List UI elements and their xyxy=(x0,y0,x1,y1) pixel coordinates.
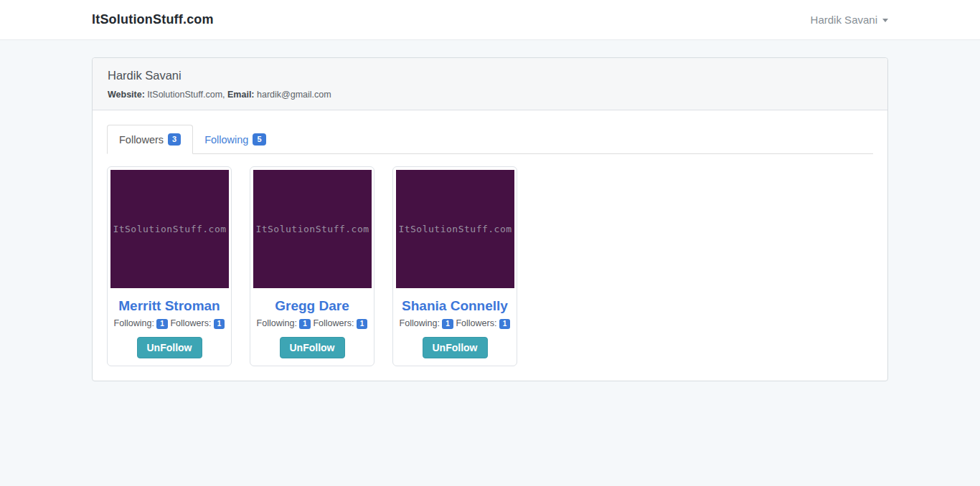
avatar-placeholder-text: ItSolutionStuff.com xyxy=(398,224,512,234)
profile-name: Hardik Savani xyxy=(108,69,872,82)
brand-link[interactable]: ItSolutionStuff.com xyxy=(92,12,214,27)
email-value: hardik@gmail.com xyxy=(257,90,331,100)
following-label: Following: xyxy=(257,318,297,328)
website-value: ItSolutionStuff.com, xyxy=(147,90,225,100)
user-stats: Following: 1 Followers: 1 xyxy=(110,318,228,329)
user-card: ItSolutionStuff.com Shania Connelly Foll… xyxy=(392,166,517,366)
main-content: Hardik Savani Website: ItSolutionStuff.c… xyxy=(92,57,888,410)
unfollow-button[interactable]: UnFollow xyxy=(423,337,488,358)
profile-meta: Website: ItSolutionStuff.com, Email: har… xyxy=(108,90,872,100)
user-name-link[interactable]: Gregg Dare xyxy=(275,298,349,313)
followers-label: Followers: xyxy=(170,318,211,328)
followers-label: Followers: xyxy=(313,318,354,328)
following-label: Following: xyxy=(114,318,154,328)
followers-list: ItSolutionStuff.com Merritt Stroman Foll… xyxy=(107,154,873,366)
user-card: ItSolutionStuff.com Gregg Dare Following… xyxy=(250,166,374,366)
tabs-bar: Followers 3 Following 5 xyxy=(107,125,873,154)
caret-down-icon xyxy=(882,19,888,22)
user-name-link[interactable]: Merritt Stroman xyxy=(118,298,220,313)
followers-count-badge: 1 xyxy=(357,319,368,329)
following-count-badge: 1 xyxy=(156,319,168,329)
user-avatar-image[interactable]: ItSolutionStuff.com xyxy=(110,170,229,288)
profile-panel-heading: Hardik Savani Website: ItSolutionStuff.c… xyxy=(93,58,887,110)
top-navbar: ItSolutionStuff.com Hardik Savani xyxy=(0,0,980,40)
user-name-link[interactable]: Shania Connelly xyxy=(402,298,508,313)
followers-count-badge: 1 xyxy=(214,319,225,329)
followers-count-badge: 3 xyxy=(168,133,181,146)
following-count-badge: 1 xyxy=(299,319,311,329)
user-stats: Following: 1 Followers: 1 xyxy=(396,318,514,329)
following-count-badge: 5 xyxy=(253,133,265,146)
user-avatar-image[interactable]: ItSolutionStuff.com xyxy=(253,170,372,288)
followers-count-badge: 1 xyxy=(499,319,511,329)
tab-following-label: Following xyxy=(204,134,248,146)
website-label: Website: xyxy=(108,90,145,100)
email-label: Email: xyxy=(227,90,255,100)
tab-followers-label: Followers xyxy=(119,134,164,146)
user-dropdown-label: Hardik Savani xyxy=(811,14,877,26)
user-stats: Following: 1 Followers: 1 xyxy=(253,318,371,329)
following-count-badge: 1 xyxy=(442,319,453,329)
profile-panel: Hardik Savani Website: ItSolutionStuff.c… xyxy=(92,57,888,381)
unfollow-button[interactable]: UnFollow xyxy=(137,337,202,358)
unfollow-button[interactable]: UnFollow xyxy=(280,337,345,358)
avatar-placeholder-text: ItSolutionStuff.com xyxy=(113,224,226,234)
followers-label: Followers: xyxy=(456,318,496,328)
user-card: ItSolutionStuff.com Merritt Stroman Foll… xyxy=(107,166,232,366)
following-label: Following: xyxy=(400,318,440,328)
tab-followers[interactable]: Followers 3 xyxy=(107,125,193,154)
user-avatar-image[interactable]: ItSolutionStuff.com xyxy=(396,170,514,288)
user-dropdown[interactable]: Hardik Savani xyxy=(811,14,888,26)
avatar-placeholder-text: ItSolutionStuff.com xyxy=(255,224,369,234)
profile-panel-body: Followers 3 Following 5 ItSolutionStuff.… xyxy=(93,110,887,381)
tab-following[interactable]: Following 5 xyxy=(193,125,277,154)
